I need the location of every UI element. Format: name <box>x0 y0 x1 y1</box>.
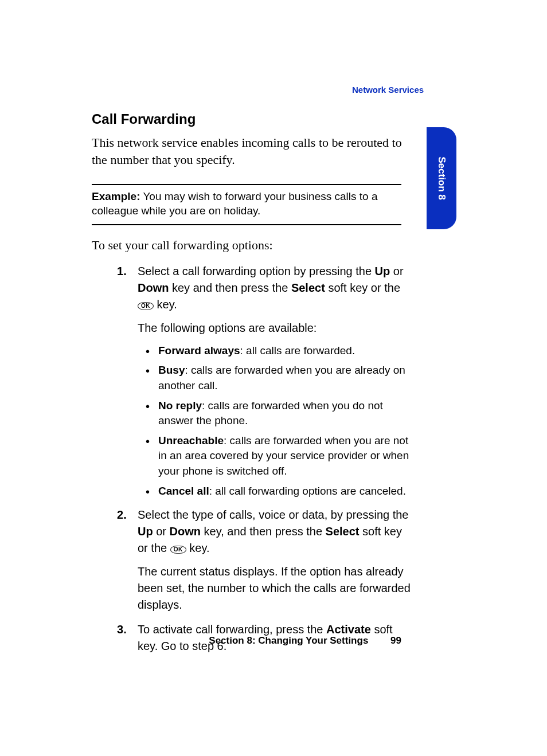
step-1-available: The following options are available: <box>138 320 413 336</box>
step-2-text: Select the type of calls, voice or data,… <box>138 507 413 557</box>
steps-list: Select a call forwarding option by press… <box>92 263 413 655</box>
step-1: Select a call forwarding option by press… <box>92 263 413 499</box>
options-list: Forward always: all calls are forwarded.… <box>138 343 413 499</box>
option-no-reply: No reply: calls are forwarded when you d… <box>138 398 413 429</box>
section-tab-label: Section 8 <box>436 156 447 200</box>
section-tab: Section 8 <box>427 127 456 229</box>
step-2: Select the type of calls, voice or data,… <box>92 507 413 613</box>
intro-text: This network service enables incoming ca… <box>92 134 413 168</box>
option-busy: Busy: calls are forwarded when you are a… <box>138 363 413 393</box>
ok-key-icon: OK <box>170 546 186 554</box>
step-2-status: The current status displays. If the opti… <box>138 563 413 613</box>
step-1-text: Select a call forwarding option by press… <box>138 263 413 313</box>
page-footer: Section 8: Changing Your Settings 99 <box>92 635 401 647</box>
lead-text: To set your call forwarding options: <box>92 238 413 253</box>
option-cancel-all: Cancel all: all call forwarding options … <box>138 484 413 499</box>
option-forward-always: Forward always: all calls are forwarded. <box>138 343 413 359</box>
page-title: Call Forwarding <box>92 111 413 127</box>
example-label: Example: <box>92 190 140 202</box>
option-unreachable: Unreachable: calls are forwarded when yo… <box>138 433 413 479</box>
footer-page-number: 99 <box>390 635 401 647</box>
page-content: Call Forwarding This network service ena… <box>92 84 413 663</box>
ok-key-icon: OK <box>138 302 154 310</box>
footer-section: Section 8: Changing Your Settings <box>209 635 368 646</box>
example-block: Example: You may wish to forward your bu… <box>92 184 401 225</box>
